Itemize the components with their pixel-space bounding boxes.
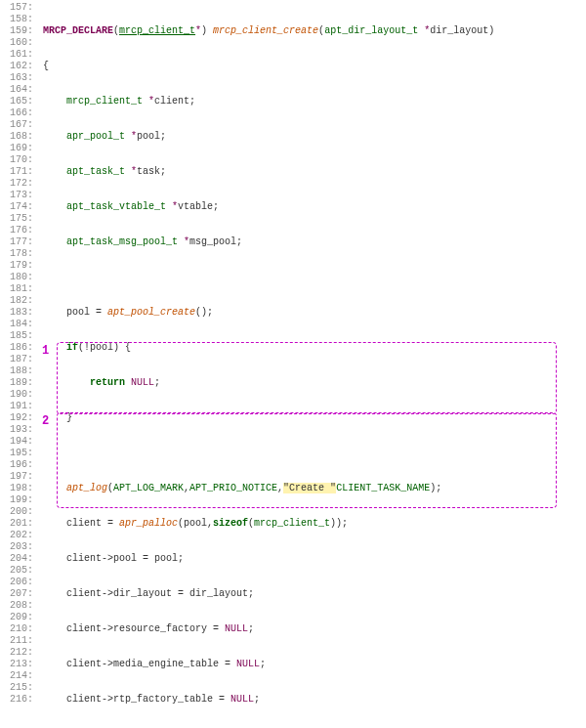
line-number: 179: (0, 260, 33, 272)
line-number: 189: (0, 377, 33, 389)
line-number: 193: (0, 424, 33, 436)
code-line: { (43, 61, 586, 72)
code-line: pool = apt_pool_create(); (43, 307, 586, 319)
line-number: 162: (0, 61, 33, 72)
line-number: 158: (0, 14, 33, 25)
code-line (43, 448, 586, 459)
line-number: 194: (0, 436, 33, 448)
code-line: return NULL; (43, 377, 586, 389)
line-number: 208: (0, 600, 33, 612)
line-number: 168: (0, 131, 33, 143)
line-number: 159: (0, 25, 33, 37)
code-line: apt_task_msg_pool_t *msg_pool; (43, 236, 586, 248)
line-number: 157: (0, 2, 33, 14)
line-number: 204: (0, 553, 33, 565)
line-number: 173: (0, 190, 33, 201)
line-number: 167: (0, 119, 33, 131)
line-number: 195: (0, 448, 33, 459)
code-line: if(!pool) { (43, 342, 586, 354)
line-number: 216: (0, 694, 33, 706)
line-number: 202: (0, 530, 33, 541)
line-number: 209: (0, 612, 33, 623)
line-number: 192: (0, 412, 33, 424)
line-number: 205: (0, 565, 33, 577)
line-number: 188: (0, 365, 33, 377)
line-number: 212: (0, 647, 33, 659)
code-line: client->resource_factory = NULL; (43, 623, 586, 635)
code-line: client->media_engine_table = NULL; (43, 659, 586, 670)
line-number: 165: (0, 96, 33, 107)
line-number: 184: (0, 319, 33, 330)
code-line: client->rtp_factory_table = NULL; (43, 694, 586, 706)
code-line: client->dir_layout = dir_layout; (43, 588, 586, 600)
line-number: 160: (0, 37, 33, 49)
line-number: 169: (0, 143, 33, 154)
line-number: 174: (0, 201, 33, 213)
line-number: 163: (0, 72, 33, 84)
line-number: 171: (0, 166, 33, 178)
line-number: 215: (0, 682, 33, 694)
line-number: 190: (0, 389, 33, 401)
line-number: 197: (0, 471, 33, 483)
line-number: 183: (0, 307, 33, 319)
line-number: 186: (0, 342, 33, 354)
code-line: } (43, 412, 586, 424)
line-number: 211: (0, 635, 33, 647)
code-line: mrcp_client_t *client; (43, 96, 586, 107)
line-number: 199: (0, 494, 33, 506)
code-line: client->pool = pool; (43, 553, 586, 565)
line-number: 178: (0, 248, 33, 260)
line-number: 207: (0, 588, 33, 600)
line-number: 214: (0, 670, 33, 682)
line-number: 182: (0, 295, 33, 307)
line-number: 201: (0, 518, 33, 530)
code-line: apt_task_t *task; (43, 166, 586, 178)
code-block: 157:158:159:160:161:162:163:164:165:166:… (0, 0, 586, 728)
line-number: 181: (0, 283, 33, 295)
code-line (43, 272, 586, 283)
line-number: 180: (0, 272, 33, 283)
line-number-gutter: 157:158:159:160:161:162:163:164:165:166:… (0, 2, 33, 706)
line-number: 210: (0, 623, 33, 635)
code-line: MRCP_DECLARE(mrcp_client_t*) mrcp_client… (43, 25, 586, 37)
code-line: apt_log(APT_LOG_MARK,APT_PRIO_NOTICE,"Cr… (43, 483, 586, 494)
line-number: 175: (0, 213, 33, 225)
line-number: 187: (0, 354, 33, 365)
line-number: 172: (0, 178, 33, 190)
code-line: client = apr_palloc(pool,sizeof(mrcp_cli… (43, 518, 586, 530)
line-number: 166: (0, 107, 33, 119)
line-number: 196: (0, 459, 33, 471)
line-number: 200: (0, 506, 33, 518)
line-number: 198: (0, 483, 33, 494)
line-number: 213: (0, 659, 33, 670)
line-number: 177: (0, 236, 33, 248)
line-number: 161: (0, 49, 33, 61)
code-line: apr_pool_t *pool; (43, 131, 586, 143)
line-number: 206: (0, 577, 33, 588)
code-line: apt_task_vtable_t *vtable; (43, 201, 586, 213)
line-number: 191: (0, 401, 33, 412)
code-lines: MRCP_DECLARE(mrcp_client_t*) mrcp_client… (43, 2, 586, 728)
line-number: 203: (0, 541, 33, 553)
line-number: 164: (0, 84, 33, 96)
line-number: 176: (0, 225, 33, 236)
line-number: 185: (0, 330, 33, 342)
line-number: 170: (0, 154, 33, 166)
